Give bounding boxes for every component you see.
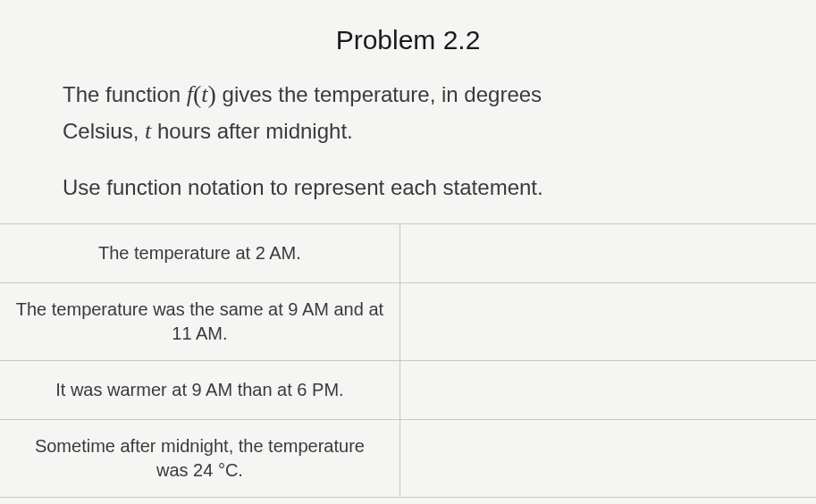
answer-cell[interactable] bbox=[400, 360, 816, 419]
prompt-text-line1: Sometime after midnight, the temperature bbox=[11, 434, 389, 458]
intro-text-2b: hours after midnight. bbox=[151, 119, 352, 143]
prompt-cell: Sometime after midnight, the temperature… bbox=[0, 419, 400, 497]
prompt-text: The temperature was the same at 9 AM and… bbox=[11, 298, 389, 346]
intro-text-1b: gives the temperature, in degrees bbox=[216, 82, 542, 106]
intro-text-1a: The function bbox=[63, 82, 187, 106]
problem-title: Problem 2.2 bbox=[0, 25, 816, 55]
prompt-cell: It was warmer at 9 AM than at 6 PM. bbox=[0, 360, 400, 419]
prompt-cell: The temperature was the same at 9 AM and… bbox=[0, 282, 400, 360]
table-row: Sometime after midnight, the temperature… bbox=[0, 419, 816, 497]
table-row: The temperature at 2 AM. bbox=[0, 223, 816, 282]
paren-close: ) bbox=[208, 80, 216, 108]
math-t: t bbox=[201, 81, 207, 107]
paren-open: ( bbox=[193, 80, 201, 108]
problem-container: Problem 2.2 The function f(t) gives the … bbox=[0, 0, 816, 498]
answer-cell[interactable] bbox=[400, 223, 816, 282]
math-f-of-t: f(t) bbox=[187, 81, 216, 107]
math-f: f bbox=[187, 81, 193, 107]
problem-intro: The function f(t) gives the temperature,… bbox=[0, 75, 816, 150]
answer-cell[interactable] bbox=[400, 282, 816, 360]
answer-cell[interactable] bbox=[400, 419, 816, 497]
prompt-cell: The temperature at 2 AM. bbox=[0, 223, 400, 282]
instruction-text: Use function notation to represent each … bbox=[0, 175, 816, 200]
intro-text-2a: Celsius, bbox=[63, 119, 145, 143]
answer-table: The temperature at 2 AM. The temperature… bbox=[0, 223, 816, 498]
table-row: The temperature was the same at 9 AM and… bbox=[0, 282, 816, 360]
table-row: It was warmer at 9 AM than at 6 PM. bbox=[0, 360, 816, 419]
prompt-text-line2: was 24 °C. bbox=[11, 458, 389, 483]
